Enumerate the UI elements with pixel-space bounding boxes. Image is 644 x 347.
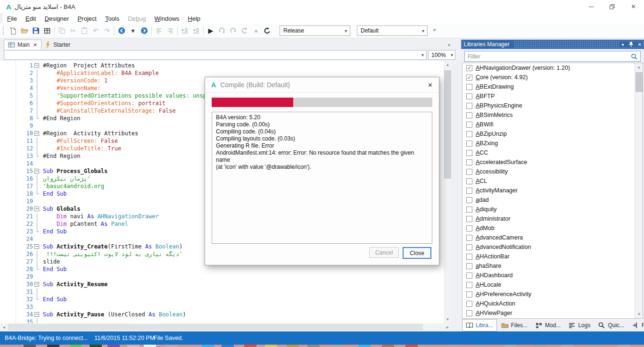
new-project-icon[interactable] (8, 25, 19, 36)
editor-vertical-scrollbar[interactable]: ▲ ▼ (444, 61, 452, 323)
taskbar-app-icon[interactable] (90, 345, 102, 347)
fold-collapse-icon[interactable]: − (34, 312, 39, 317)
navigate-back-icon[interactable] (116, 25, 127, 36)
scroll-down-icon[interactable]: ▼ (444, 315, 452, 323)
fold-margin[interactable]: − (33, 281, 41, 288)
library-item[interactable]: AHActionBar (462, 252, 643, 261)
taskbar-app-icon[interactable] (265, 345, 277, 347)
taskbar-app-icon[interactable] (144, 345, 156, 347)
zoom-select[interactable]: 100% (428, 50, 455, 60)
menu-item-windows[interactable]: Windows (150, 14, 184, 23)
code-line[interactable]: 29 (0, 273, 444, 281)
library-item[interactable]: Adiquity (462, 205, 643, 214)
scroll-up-icon[interactable]: ▲ (444, 61, 452, 69)
code-line[interactable]: 1−#Region Project Attributes (0, 62, 444, 69)
library-item[interactable]: ABSimMetrics (462, 110, 643, 120)
run-icon[interactable]: ▶ (205, 25, 216, 36)
editor-hscroll-thumb[interactable] (8, 324, 423, 330)
panel-tab-find[interactable]: Find... (628, 320, 644, 331)
code-line[interactable]: 31 (0, 288, 444, 296)
library-item[interactable]: AHViewPager (462, 308, 643, 318)
library-checkbox[interactable] (466, 159, 472, 165)
tab-close-icon[interactable]: ✕ (33, 42, 37, 48)
clean-project-icon[interactable] (262, 25, 273, 36)
fold-collapse-icon[interactable]: − (34, 131, 39, 136)
taskbar-app-icon[interactable] (382, 345, 394, 347)
taskbar-app-icon[interactable] (533, 345, 545, 347)
taskbar-app-icon[interactable] (504, 345, 517, 347)
fold-collapse-icon[interactable]: − (34, 282, 39, 287)
taskbar-app-icon[interactable] (330, 345, 342, 347)
panel-tab-files[interactable]: Files... (498, 320, 531, 331)
navigate-forward-icon[interactable] (139, 25, 150, 36)
scroll-right-icon[interactable]: ► (444, 323, 452, 331)
library-item[interactable]: AHDashboard (462, 271, 643, 280)
taskbar-app-icon[interactable] (127, 345, 140, 347)
library-checkbox[interactable] (466, 263, 472, 269)
taskbar-app-icon[interactable] (476, 345, 488, 347)
library-item[interactable]: AHPreferenceActivity (462, 289, 643, 299)
library-filter-input[interactable] (468, 53, 631, 60)
panel-tab-quic[interactable]: Quic... (594, 320, 627, 331)
library-item[interactable]: ACC (462, 148, 643, 157)
editor-vscroll-thumb[interactable] (444, 70, 451, 179)
library-checkbox[interactable]: ✓ (466, 65, 472, 71)
scroll-left-icon[interactable]: ◄ (0, 323, 8, 331)
library-filter-box[interactable] (464, 51, 641, 62)
library-item[interactable]: AdvancedCamera (462, 233, 643, 242)
library-checkbox[interactable] (466, 112, 472, 118)
library-item[interactable]: ABFTP (462, 91, 643, 101)
library-checkbox[interactable] (466, 216, 472, 222)
lib-scroll-up-icon[interactable]: ▲ (635, 63, 643, 71)
library-item[interactable]: ACL (462, 176, 643, 186)
lib-scroll-thumb[interactable] (636, 72, 643, 92)
dialog-close-icon[interactable]: ✕ (428, 82, 433, 89)
menu-item-file[interactable]: File (3, 14, 21, 23)
tab-starter[interactable]: Starter (41, 40, 74, 50)
taskbar-app-icon[interactable] (165, 345, 177, 347)
navigate-back-history-icon[interactable]: ▾ (127, 25, 139, 36)
panel-pin-icon[interactable] (628, 41, 634, 47)
library-checkbox[interactable] (466, 225, 472, 231)
close-dialog-button[interactable]: Close (403, 247, 431, 259)
code-line[interactable]: 33 (0, 303, 444, 311)
library-checkbox[interactable] (466, 122, 472, 128)
fold-margin[interactable]: − (33, 243, 41, 250)
code-line[interactable]: 35 (0, 318, 444, 323)
library-item[interactable]: AHLocale (462, 280, 643, 289)
panel-close-icon[interactable]: ✕ (638, 42, 642, 47)
library-item[interactable]: Accessibility (462, 167, 643, 176)
fold-collapse-icon[interactable]: − (34, 244, 39, 249)
menu-item-designer[interactable]: Designer (40, 14, 73, 23)
minimize-button[interactable] (580, 0, 602, 13)
library-item[interactable]: adad (462, 195, 643, 205)
library-checkbox[interactable] (466, 150, 472, 156)
fold-margin[interactable]: − (33, 62, 41, 69)
library-item[interactable]: ✓AHNavigationDrawer (version: 1.20) (462, 63, 643, 73)
fold-margin[interactable]: − (33, 311, 41, 318)
fold-margin[interactable]: − (33, 130, 41, 137)
code-line[interactable]: 2 #ApplicationLabel: B4A Example (0, 69, 444, 77)
build-configuration-select[interactable]: Default (357, 25, 428, 36)
compile-dialog-titlebar[interactable]: A Compile (Build: Default) ✕ (205, 77, 439, 93)
library-item[interactable]: ABWifi (462, 120, 643, 129)
library-checkbox[interactable] (466, 188, 472, 194)
library-checkbox[interactable] (466, 140, 472, 147)
taskbar-app-icon[interactable] (287, 345, 299, 347)
library-item[interactable]: ahaShare (462, 261, 643, 271)
release-mode-select[interactable]: Release (280, 25, 350, 36)
taskbar-app-icon[interactable] (589, 345, 602, 347)
taskbar-app-icon[interactable] (222, 345, 234, 347)
code-line[interactable]: 30−Sub Activity_Resume (0, 281, 444, 288)
taskbar-app-icon[interactable] (70, 345, 82, 347)
save-icon[interactable] (30, 25, 41, 36)
taskbar-app-icon[interactable] (358, 345, 371, 347)
menu-item-project[interactable]: Project (73, 14, 100, 23)
restore-button[interactable] (602, 0, 623, 13)
package-icon[interactable] (41, 25, 53, 36)
lib-scroll-down-icon[interactable]: ▼ (635, 310, 643, 318)
library-item[interactable]: AcceleratedSurface (462, 157, 643, 167)
editor-horizontal-scrollbar[interactable]: ◄ ► (0, 323, 452, 331)
fold-margin[interactable]: − (33, 167, 41, 175)
code-line[interactable]: 34−Sub Activity_Pause (UserClosed As Boo… (0, 311, 444, 318)
